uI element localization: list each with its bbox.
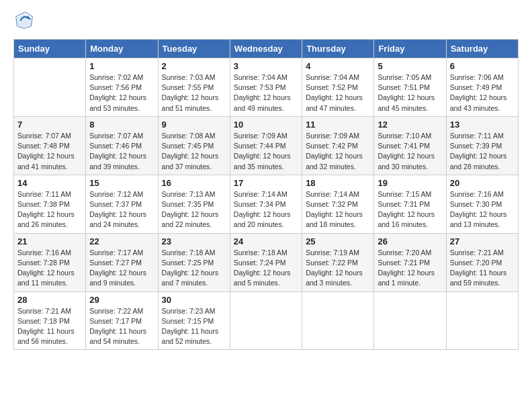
day-info: Sunrise: 7:10 AM Sunset: 7:41 PM Dayligh… [378,131,442,172]
calendar-cell: 14Sunrise: 7:11 AM Sunset: 7:38 PM Dayli… [14,175,86,233]
day-number: 21 [17,236,82,246]
day-number: 29 [89,295,154,305]
calendar-cell: 5Sunrise: 7:05 AM Sunset: 7:51 PM Daylig… [374,58,446,117]
column-header-friday: Friday [374,40,446,58]
calendar-cell: 18Sunrise: 7:14 AM Sunset: 7:32 PM Dayli… [302,175,374,233]
calendar-cell [374,291,446,350]
calendar-cell: 22Sunrise: 7:17 AM Sunset: 7:27 PM Dayli… [86,233,158,291]
day-info: Sunrise: 7:15 AM Sunset: 7:31 PM Dayligh… [378,189,442,230]
calendar-cell: 4Sunrise: 7:04 AM Sunset: 7:52 PM Daylig… [302,58,374,117]
calendar-cell: 29Sunrise: 7:22 AM Sunset: 7:17 PM Dayli… [86,291,158,350]
week-row-5: 28Sunrise: 7:21 AM Sunset: 7:18 PM Dayli… [14,291,519,350]
calendar-cell: 30Sunrise: 7:23 AM Sunset: 7:15 PM Dayli… [158,291,230,350]
day-info: Sunrise: 7:09 AM Sunset: 7:44 PM Dayligh… [234,131,298,172]
day-info: Sunrise: 7:18 AM Sunset: 7:24 PM Dayligh… [234,248,298,289]
day-info: Sunrise: 7:23 AM Sunset: 7:15 PM Dayligh… [162,306,226,347]
calendar-cell: 12Sunrise: 7:10 AM Sunset: 7:41 PM Dayli… [374,116,446,175]
calendar-cell: 20Sunrise: 7:16 AM Sunset: 7:30 PM Dayli… [446,175,518,233]
calendar-cell: 24Sunrise: 7:18 AM Sunset: 7:24 PM Dayli… [230,233,302,291]
calendar-cell: 8Sunrise: 7:07 AM Sunset: 7:46 PM Daylig… [86,116,158,175]
week-row-1: 1Sunrise: 7:02 AM Sunset: 7:56 PM Daylig… [14,58,519,117]
column-header-thursday: Thursday [302,40,374,58]
day-info: Sunrise: 7:07 AM Sunset: 7:46 PM Dayligh… [89,131,154,172]
day-info: Sunrise: 7:14 AM Sunset: 7:34 PM Dayligh… [234,189,298,230]
day-number: 12 [378,120,442,130]
day-info: Sunrise: 7:04 AM Sunset: 7:53 PM Dayligh… [234,73,298,113]
column-header-sunday: Sunday [14,40,86,58]
day-number: 16 [162,178,226,188]
calendar-cell: 11Sunrise: 7:09 AM Sunset: 7:42 PM Dayli… [302,116,374,175]
day-info: Sunrise: 7:11 AM Sunset: 7:39 PM Dayligh… [450,131,515,172]
calendar-cell: 26Sunrise: 7:20 AM Sunset: 7:21 PM Dayli… [374,233,446,291]
calendar-cell: 9Sunrise: 7:08 AM Sunset: 7:45 PM Daylig… [158,116,230,175]
day-number: 7 [17,120,82,130]
day-number: 11 [306,120,370,130]
day-info: Sunrise: 7:04 AM Sunset: 7:52 PM Dayligh… [306,73,370,113]
day-number: 6 [450,61,515,71]
day-number: 1 [89,61,154,71]
calendar-cell: 25Sunrise: 7:19 AM Sunset: 7:22 PM Dayli… [302,233,374,291]
calendar-cell: 7Sunrise: 7:07 AM Sunset: 7:48 PM Daylig… [14,116,86,175]
day-info: Sunrise: 7:05 AM Sunset: 7:51 PM Dayligh… [378,73,442,113]
day-number: 22 [89,236,154,246]
day-info: Sunrise: 7:18 AM Sunset: 7:25 PM Dayligh… [162,248,226,289]
calendar-cell: 1Sunrise: 7:02 AM Sunset: 7:56 PM Daylig… [86,58,158,117]
calendar-cell: 6Sunrise: 7:06 AM Sunset: 7:49 PM Daylig… [446,58,518,117]
calendar-cell [302,291,374,350]
calendar-header: SundayMondayTuesdayWednesdayThursdayFrid… [14,40,519,58]
day-info: Sunrise: 7:09 AM Sunset: 7:42 PM Dayligh… [306,131,370,172]
calendar-cell: 13Sunrise: 7:11 AM Sunset: 7:39 PM Dayli… [446,116,518,175]
day-info: Sunrise: 7:21 AM Sunset: 7:20 PM Dayligh… [450,248,515,289]
calendar-body: 1Sunrise: 7:02 AM Sunset: 7:56 PM Daylig… [14,58,519,350]
calendar-cell: 19Sunrise: 7:15 AM Sunset: 7:31 PM Dayli… [374,175,446,233]
calendar-cell: 21Sunrise: 7:16 AM Sunset: 7:28 PM Dayli… [14,233,86,291]
calendar-cell [230,291,302,350]
day-number: 3 [234,61,298,71]
column-header-monday: Monday [86,40,158,58]
week-row-2: 7Sunrise: 7:07 AM Sunset: 7:48 PM Daylig… [14,116,519,175]
logo-icon [15,11,34,30]
day-number: 23 [162,236,226,246]
calendar-cell: 2Sunrise: 7:03 AM Sunset: 7:55 PM Daylig… [158,58,230,117]
calendar-cell [446,291,518,350]
week-row-3: 14Sunrise: 7:11 AM Sunset: 7:38 PM Dayli… [14,175,519,233]
day-info: Sunrise: 7:02 AM Sunset: 7:56 PM Dayligh… [89,73,154,113]
day-info: Sunrise: 7:06 AM Sunset: 7:49 PM Dayligh… [450,73,515,113]
calendar-cell: 3Sunrise: 7:04 AM Sunset: 7:53 PM Daylig… [230,58,302,117]
day-info: Sunrise: 7:19 AM Sunset: 7:22 PM Dayligh… [306,248,370,289]
calendar-cell: 10Sunrise: 7:09 AM Sunset: 7:44 PM Dayli… [230,116,302,175]
day-number: 2 [162,61,226,71]
day-info: Sunrise: 7:07 AM Sunset: 7:48 PM Dayligh… [17,131,82,172]
day-number: 18 [306,178,370,188]
calendar-cell: 15Sunrise: 7:12 AM Sunset: 7:37 PM Dayli… [86,175,158,233]
day-info: Sunrise: 7:16 AM Sunset: 7:28 PM Dayligh… [17,248,82,289]
day-number: 4 [306,61,370,71]
day-number: 15 [89,178,154,188]
day-info: Sunrise: 7:21 AM Sunset: 7:18 PM Dayligh… [17,306,82,347]
header-row: SundayMondayTuesdayWednesdayThursdayFrid… [14,40,519,58]
day-number: 17 [234,178,298,188]
day-number: 10 [234,120,298,130]
page-header [13,11,519,32]
day-number: 24 [234,236,298,246]
column-header-wednesday: Wednesday [230,40,302,58]
day-number: 27 [450,236,515,246]
day-number: 13 [450,120,515,130]
day-info: Sunrise: 7:03 AM Sunset: 7:55 PM Dayligh… [162,73,226,113]
day-number: 9 [162,120,226,130]
calendar-cell: 17Sunrise: 7:14 AM Sunset: 7:34 PM Dayli… [230,175,302,233]
day-info: Sunrise: 7:13 AM Sunset: 7:35 PM Dayligh… [162,189,226,230]
day-number: 5 [378,61,442,71]
column-header-tuesday: Tuesday [158,40,230,58]
day-info: Sunrise: 7:14 AM Sunset: 7:32 PM Dayligh… [306,189,370,230]
day-info: Sunrise: 7:11 AM Sunset: 7:38 PM Dayligh… [17,189,82,230]
day-number: 20 [450,178,515,188]
day-number: 8 [89,120,154,130]
day-info: Sunrise: 7:17 AM Sunset: 7:27 PM Dayligh… [89,248,154,289]
day-info: Sunrise: 7:12 AM Sunset: 7:37 PM Dayligh… [89,189,154,230]
calendar-cell: 27Sunrise: 7:21 AM Sunset: 7:20 PM Dayli… [446,233,518,291]
logo [13,11,34,32]
day-info: Sunrise: 7:20 AM Sunset: 7:21 PM Dayligh… [378,248,442,289]
day-number: 30 [162,295,226,305]
calendar-cell: 16Sunrise: 7:13 AM Sunset: 7:35 PM Dayli… [158,175,230,233]
